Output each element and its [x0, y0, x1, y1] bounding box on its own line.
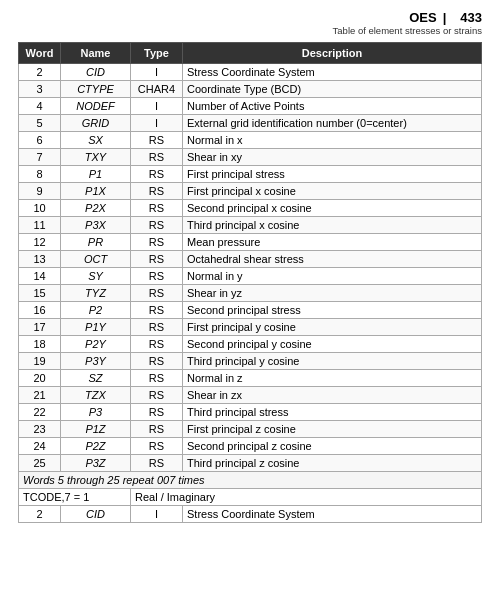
cell-type: RS — [131, 353, 183, 370]
cell-word: 18 — [19, 336, 61, 353]
table-row: 2CIDIStress Coordinate System — [19, 64, 482, 81]
cell-word: 7 — [19, 149, 61, 166]
table-row: 13OCTRSOctahedral shear stress — [19, 251, 482, 268]
cell-type: RS — [131, 251, 183, 268]
table-row: 11P3XRSThird principal x cosine — [19, 217, 482, 234]
cell-desc: First principal z cosine — [183, 421, 482, 438]
cell-name: TYZ — [61, 285, 131, 302]
cell-word: 17 — [19, 319, 61, 336]
footer-cell-desc: Stress Coordinate System — [183, 506, 482, 523]
cell-word: 5 — [19, 115, 61, 132]
cell-name: SY — [61, 268, 131, 285]
cell-word: 10 — [19, 200, 61, 217]
cell-desc: Third principal z cosine — [183, 455, 482, 472]
cell-word: 3 — [19, 81, 61, 98]
cell-name: GRID — [61, 115, 131, 132]
cell-name: P3Z — [61, 455, 131, 472]
table-row: 16P2RSSecond principal stress — [19, 302, 482, 319]
cell-desc: Normal in x — [183, 132, 482, 149]
col-header-word: Word — [19, 43, 61, 64]
header-subtitle: Table of element stresses or strains — [333, 25, 482, 36]
header-title: OES — [409, 10, 436, 25]
cell-type: RS — [131, 438, 183, 455]
table-row: 9P1XRSFirst principal x cosine — [19, 183, 482, 200]
cell-type: I — [131, 64, 183, 81]
cell-name: P2Z — [61, 438, 131, 455]
main-table: Word Name Type Description 2CIDIStress C… — [18, 42, 482, 523]
table-row: 8P1RSFirst principal stress — [19, 166, 482, 183]
repeat-note-cell: Words 5 through 25 repeat 007 times — [19, 472, 482, 489]
tcode-row: TCODE,7 = 1Real / Imaginary — [19, 489, 482, 506]
col-header-description: Description — [183, 43, 482, 64]
cell-desc: Mean pressure — [183, 234, 482, 251]
table-row: 18P2YRSSecond principal y cosine — [19, 336, 482, 353]
cell-name: P3X — [61, 217, 131, 234]
cell-type: RS — [131, 200, 183, 217]
pipe-separator: | — [443, 10, 447, 25]
cell-name: CTYPE — [61, 81, 131, 98]
cell-type: RS — [131, 183, 183, 200]
cell-name: P3Y — [61, 353, 131, 370]
cell-desc: Normal in z — [183, 370, 482, 387]
cell-name: TZX — [61, 387, 131, 404]
cell-type: RS — [131, 404, 183, 421]
table-row: 20SZRSNormal in z — [19, 370, 482, 387]
cell-desc: Second principal stress — [183, 302, 482, 319]
cell-type: RS — [131, 217, 183, 234]
cell-name: P1 — [61, 166, 131, 183]
cell-desc: First principal y cosine — [183, 319, 482, 336]
header-page: 433 — [460, 10, 482, 25]
cell-desc: Second principal x cosine — [183, 200, 482, 217]
cell-word: 11 — [19, 217, 61, 234]
cell-word: 13 — [19, 251, 61, 268]
table-row: 22P3RSThird principal stress — [19, 404, 482, 421]
cell-type: RS — [131, 234, 183, 251]
footer-cell-type: I — [131, 506, 183, 523]
cell-desc: Normal in y — [183, 268, 482, 285]
cell-name: P2X — [61, 200, 131, 217]
cell-name: P2Y — [61, 336, 131, 353]
table-row: 5GRIDIExternal grid identification numbe… — [19, 115, 482, 132]
cell-word: 24 — [19, 438, 61, 455]
cell-desc: External grid identification number (0=c… — [183, 115, 482, 132]
table-row: 21TZXRSShear in zx — [19, 387, 482, 404]
cell-name: P1Y — [61, 319, 131, 336]
cell-desc: Third principal y cosine — [183, 353, 482, 370]
cell-type: I — [131, 98, 183, 115]
page-header: OES | 433 Table of element stresses or s… — [18, 10, 482, 36]
cell-desc: Third principal x cosine — [183, 217, 482, 234]
cell-word: 14 — [19, 268, 61, 285]
footer-cell-word: 2 — [19, 506, 61, 523]
table-row: 10P2XRSSecond principal x cosine — [19, 200, 482, 217]
cell-type: I — [131, 115, 183, 132]
cell-type: RS — [131, 319, 183, 336]
cell-name: P1X — [61, 183, 131, 200]
tcode-label-cell: TCODE,7 = 1 — [19, 489, 131, 506]
table-row: 3CTYPECHAR4Coordinate Type (BCD) — [19, 81, 482, 98]
cell-desc: First principal stress — [183, 166, 482, 183]
cell-word: 6 — [19, 132, 61, 149]
cell-word: 8 — [19, 166, 61, 183]
cell-word: 15 — [19, 285, 61, 302]
table-row: 4NODEFINumber of Active Points — [19, 98, 482, 115]
cell-desc: Coordinate Type (BCD) — [183, 81, 482, 98]
cell-type: CHAR4 — [131, 81, 183, 98]
cell-desc: Number of Active Points — [183, 98, 482, 115]
table-row: 25P3ZRSThird principal z cosine — [19, 455, 482, 472]
header-top: OES | 433 — [333, 10, 482, 25]
cell-type: RS — [131, 336, 183, 353]
cell-word: 9 — [19, 183, 61, 200]
cell-type: RS — [131, 132, 183, 149]
footer-table-row: 2CIDIStress Coordinate System — [19, 506, 482, 523]
cell-desc: Stress Coordinate System — [183, 64, 482, 81]
table-row: 7TXYRSShear in xy — [19, 149, 482, 166]
cell-word: 19 — [19, 353, 61, 370]
cell-type: RS — [131, 370, 183, 387]
cell-word: 4 — [19, 98, 61, 115]
cell-desc: Shear in yz — [183, 285, 482, 302]
cell-name: OCT — [61, 251, 131, 268]
cell-desc: Shear in xy — [183, 149, 482, 166]
cell-type: RS — [131, 387, 183, 404]
cell-type: RS — [131, 421, 183, 438]
cell-desc: First principal x cosine — [183, 183, 482, 200]
